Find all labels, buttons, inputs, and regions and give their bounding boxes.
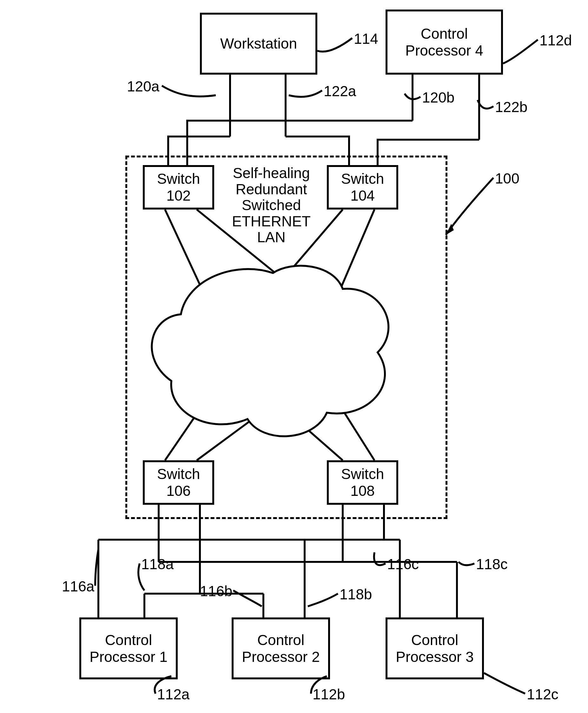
diagram-canvas: Workstation Control Processor 4 Switch 1… bbox=[0, 0, 588, 713]
svg-line-6 bbox=[336, 209, 374, 299]
svg-line-5 bbox=[197, 209, 279, 276]
wire-layer bbox=[0, 0, 588, 713]
